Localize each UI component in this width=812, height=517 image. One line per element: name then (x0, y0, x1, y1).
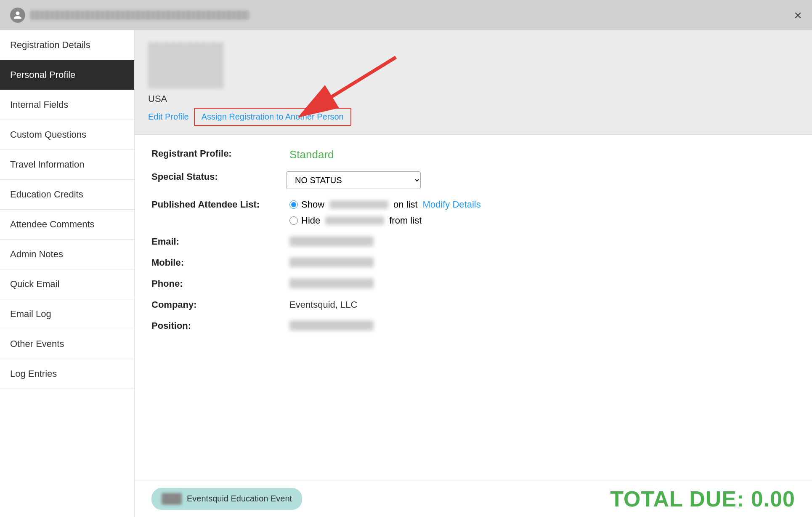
email-label: Email: (151, 236, 286, 247)
user-avatar-icon (10, 8, 25, 23)
special-status-label: Special Status: (151, 171, 286, 182)
sidebar-item-log-entries[interactable]: Log Entries (0, 359, 134, 389)
sidebar-item-quick-email[interactable]: Quick Email (0, 269, 134, 299)
sidebar-item-education-credits[interactable]: Education Credits (0, 180, 134, 210)
published-attendee-label: Published Attendee List: (151, 199, 286, 210)
main-layout: Registration Details Personal Profile In… (0, 30, 812, 517)
position-value-blurred (289, 320, 374, 330)
event-badge-icon (162, 493, 182, 505)
company-value: Eventsquid, LLC (289, 299, 357, 310)
hide-label: Hide (301, 215, 320, 226)
published-attendee-options: Show on list Modify Details Hide from li… (289, 199, 481, 226)
hide-name-blurred (325, 216, 384, 225)
sidebar-item-email-log[interactable]: Email Log (0, 299, 134, 329)
mobile-value-blurred (289, 257, 374, 267)
content-area: USA Edit Profile Assign Registration to … (135, 30, 812, 517)
show-radio-input[interactable] (289, 200, 298, 209)
hide-radio-item[interactable]: Hide from list (289, 215, 481, 226)
special-status-row: Special Status: NO STATUS VIP Speaker Sp… (151, 171, 795, 189)
sidebar: Registration Details Personal Profile In… (0, 30, 135, 517)
sidebar-item-registration-details[interactable]: Registration Details (0, 30, 134, 60)
registrant-profile-label: Registrant Profile: (151, 148, 286, 159)
assign-registration-wrapper: Assign Registration to Another Person (194, 108, 351, 126)
total-due-value: 0.00 (751, 487, 795, 511)
registrant-profile-row: Registrant Profile: Standard (151, 148, 795, 161)
assign-registration-button[interactable]: Assign Registration to Another Person (194, 108, 351, 126)
email-value-blurred (289, 236, 374, 246)
sidebar-item-travel-information[interactable]: Travel Information (0, 150, 134, 180)
modify-details-link[interactable]: Modify Details (423, 199, 481, 210)
position-row: Position: (151, 320, 795, 331)
sidebar-item-personal-profile[interactable]: Personal Profile (0, 60, 134, 90)
show-name-blurred (329, 200, 388, 209)
form-content: Registrant Profile: Standard Special Sta… (135, 135, 812, 480)
topbar-left (10, 8, 249, 23)
position-label: Position: (151, 320, 286, 331)
sidebar-item-attendee-comments[interactable]: Attendee Comments (0, 210, 134, 240)
profile-card: USA Edit Profile Assign Registration to … (135, 30, 812, 135)
company-row: Company: Eventsquid, LLC (151, 299, 795, 310)
topbar: × (0, 0, 812, 30)
total-due-label: TOTAL DUE: (610, 487, 744, 511)
mobile-row: Mobile: (151, 257, 795, 268)
profile-links: Edit Profile Assign Registration to Anot… (148, 108, 799, 126)
profile-photo (148, 42, 224, 88)
profile-country: USA (148, 93, 799, 104)
topbar-user-info (30, 11, 249, 20)
company-label: Company: (151, 299, 286, 310)
show-radio-item[interactable]: Show on list Modify Details (289, 199, 481, 210)
email-row: Email: (151, 236, 795, 247)
registrant-profile-value: Standard (289, 148, 334, 161)
from-list-label: from list (389, 215, 422, 226)
hide-radio-input[interactable] (289, 216, 298, 225)
event-badge: Eventsquid Education Event (151, 488, 302, 510)
on-list-label: on list (393, 199, 417, 210)
phone-label: Phone: (151, 278, 286, 289)
phone-value-blurred (289, 278, 374, 288)
published-attendee-row: Published Attendee List: Show on list Mo… (151, 199, 795, 226)
show-label: Show (301, 199, 324, 210)
total-due: TOTAL DUE: 0.00 (610, 486, 795, 512)
close-button[interactable]: × (794, 8, 802, 22)
edit-profile-link[interactable]: Edit Profile (148, 112, 189, 122)
sidebar-item-custom-questions[interactable]: Custom Questions (0, 120, 134, 150)
mobile-label: Mobile: (151, 257, 286, 268)
sidebar-item-other-events[interactable]: Other Events (0, 329, 134, 359)
special-status-select[interactable]: NO STATUS VIP Speaker Sponsor (286, 171, 421, 189)
sidebar-item-admin-notes[interactable]: Admin Notes (0, 240, 134, 269)
footer: Eventsquid Education Event TOTAL DUE: 0.… (135, 480, 812, 517)
svg-line-1 (303, 57, 396, 114)
sidebar-item-internal-fields[interactable]: Internal Fields (0, 90, 134, 120)
phone-row: Phone: (151, 278, 795, 289)
event-name: Eventsquid Education Event (187, 494, 292, 504)
